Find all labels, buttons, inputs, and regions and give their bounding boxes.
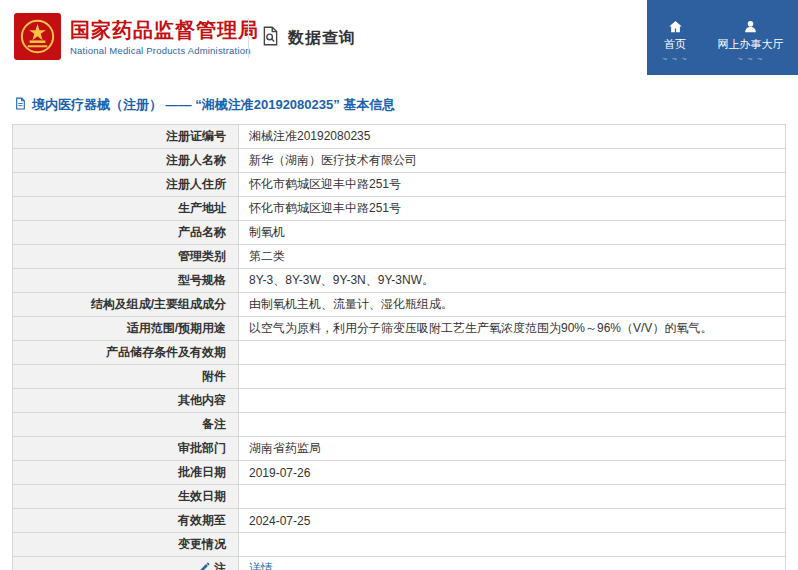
field-label: 注册证编号	[166, 129, 226, 143]
field-label: 注册人住所	[166, 177, 226, 191]
nav-home[interactable]: 首页	[647, 0, 703, 75]
field-label: 其他内容	[178, 393, 226, 407]
field-value-cell: 详情	[239, 557, 786, 570]
field-label-cell: 批准日期	[13, 461, 239, 485]
nav-service-hall[interactable]: 网上办事大厅	[703, 0, 798, 75]
field-label: 注	[214, 561, 226, 570]
org-name-cn: 国家药品监督管理局	[70, 18, 259, 42]
national-emblem-icon	[14, 13, 61, 60]
field-label: 附件	[202, 369, 226, 383]
field-label: 生效日期	[178, 489, 226, 503]
field-value-cell	[239, 533, 786, 557]
field-value: 湖南省药监局	[249, 441, 321, 455]
table-row: 注册人名称 新华（湖南）医疗技术有限公司	[13, 149, 786, 173]
field-value: 怀化市鹤城区迎丰中路251号	[249, 177, 401, 191]
field-value-cell: 由制氧机主机、流量计、湿化瓶组成。	[239, 293, 786, 317]
field-value-cell	[239, 485, 786, 509]
nav-service-hall-label: 网上办事大厅	[718, 37, 784, 52]
field-label-cell: 型号规格	[13, 269, 239, 293]
table-row: 注册人住所 怀化市鹤城区迎丰中路251号	[13, 173, 786, 197]
table-row: 适用范围/预期用途 以空气为原料，利用分子筛变压吸附工艺生产氧浓度范围为90%～…	[13, 317, 786, 341]
field-value-cell	[239, 341, 786, 365]
field-value: 新华（湖南）医疗技术有限公司	[249, 153, 417, 167]
nav-home-label: 首页	[664, 37, 686, 52]
field-value-cell	[239, 365, 786, 389]
header-divider	[248, 18, 249, 58]
field-value: 2019-07-26	[249, 466, 310, 480]
field-value-cell: 以空气为原料，利用分子筛变压吸附工艺生产氧浓度范围为90%～96%（V/V）的氧…	[239, 317, 786, 341]
document-icon	[14, 97, 27, 113]
field-label: 注册人名称	[166, 153, 226, 167]
field-label-cell: 适用范围/预期用途	[13, 317, 239, 341]
detail-link[interactable]: 详情	[249, 561, 273, 570]
table-row: 生产地址 怀化市鹤城区迎丰中路251号	[13, 197, 786, 221]
field-value: 制氧机	[249, 225, 285, 239]
field-value: 怀化市鹤城区迎丰中路251号	[249, 201, 401, 215]
field-label: 审批部门	[178, 441, 226, 455]
field-label: 产品储存条件及有效期	[106, 345, 226, 359]
table-row: 产品储存条件及有效期	[13, 341, 786, 365]
field-value-cell: 怀化市鹤城区迎丰中路251号	[239, 173, 786, 197]
data-query-section: 数据查询	[260, 25, 356, 50]
table-row: 管理类别 第二类	[13, 245, 786, 269]
data-query-title: 数据查询	[288, 27, 356, 48]
field-label-cell: 有效期至	[13, 509, 239, 533]
field-value: 2024-07-25	[249, 514, 310, 528]
field-label-cell: 注册人名称	[13, 149, 239, 173]
table-row: 注册证编号 湘械注准20192080235	[13, 125, 786, 149]
field-value: 由制氧机主机、流量计、湿化瓶组成。	[249, 297, 453, 311]
field-label: 管理类别	[178, 249, 226, 263]
field-label-cell: 注册证编号	[13, 125, 239, 149]
field-label-cell: 产品名称	[13, 221, 239, 245]
field-value-cell: 制氧机	[239, 221, 786, 245]
field-label: 有效期至	[178, 513, 226, 527]
field-value: 湘械注准20192080235	[249, 129, 370, 143]
table-row: 备注	[13, 413, 786, 437]
field-value-cell	[239, 413, 786, 437]
home-icon	[668, 18, 683, 34]
table-row: 附件	[13, 365, 786, 389]
table-row: 批准日期 2019-07-26	[13, 461, 786, 485]
table-row: 生效日期	[13, 485, 786, 509]
org-name-en: National Medical Products Administration	[70, 45, 259, 56]
field-label: 生产地址	[178, 201, 226, 215]
field-label-cell: 备注	[13, 413, 239, 437]
field-value-cell: 怀化市鹤城区迎丰中路251号	[239, 197, 786, 221]
brand-text: 国家药品监督管理局 National Medical Products Admi…	[70, 18, 259, 56]
field-label: 产品名称	[178, 225, 226, 239]
field-label-cell: 产品储存条件及有效期	[13, 341, 239, 365]
field-label-cell: 其他内容	[13, 389, 239, 413]
table-row: 其他内容	[13, 389, 786, 413]
field-label: 适用范围/预期用途	[127, 321, 226, 335]
field-value-cell: 湘械注准20192080235	[239, 125, 786, 149]
document-search-icon	[260, 25, 281, 50]
field-label-cell: 注	[13, 557, 239, 570]
field-value-cell: 2019-07-26	[239, 461, 786, 485]
table-row: 结构及组成/主要组成成分 由制氧机主机、流量计、湿化瓶组成。	[13, 293, 786, 317]
field-label-cell: 注册人住所	[13, 173, 239, 197]
field-label: 备注	[202, 417, 226, 431]
table-row: 审批部门 湖南省药监局	[13, 437, 786, 461]
field-value: 以空气为原料，利用分子筛变压吸附工艺生产氧浓度范围为90%～96%（V/V）的氧…	[249, 321, 712, 335]
brand-logo-link[interactable]: 国家药品监督管理局 National Medical Products Admi…	[14, 13, 259, 60]
field-label: 型号规格	[178, 273, 226, 287]
field-value-cell: 新华（湖南）医疗技术有限公司	[239, 149, 786, 173]
field-value-cell: 第二类	[239, 245, 786, 269]
field-value-cell: 8Y-3、8Y-3W、9Y-3N、9Y-3NW。	[239, 269, 786, 293]
field-value-cell	[239, 389, 786, 413]
field-label: 变更情况	[178, 537, 226, 551]
site-header: 国家药品监督管理局 National Medical Products Admi…	[0, 0, 798, 75]
field-value: 8Y-3、8Y-3W、9Y-3N、9Y-3NW。	[249, 273, 434, 287]
registration-info-table: 注册证编号 湘械注准20192080235 注册人名称 新华（湖南）医疗技术有限…	[12, 124, 786, 570]
table-row: 产品名称 制氧机	[13, 221, 786, 245]
page-title-text: 境内医疗器械（注册） —— “湘械注准20192080235” 基本信息	[32, 96, 395, 114]
field-label-cell: 生产地址	[13, 197, 239, 221]
field-label: 批准日期	[178, 465, 226, 479]
page-title: 境内医疗器械（注册） —— “湘械注准20192080235” 基本信息	[14, 96, 798, 114]
field-label: 结构及组成/主要组成成分	[91, 297, 226, 311]
field-label-cell: 变更情况	[13, 533, 239, 557]
table-row: 型号规格 8Y-3、8Y-3W、9Y-3N、9Y-3NW。	[13, 269, 786, 293]
table-row: 注 详情	[13, 557, 786, 570]
field-label-cell: 管理类别	[13, 245, 239, 269]
person-icon	[743, 18, 758, 34]
